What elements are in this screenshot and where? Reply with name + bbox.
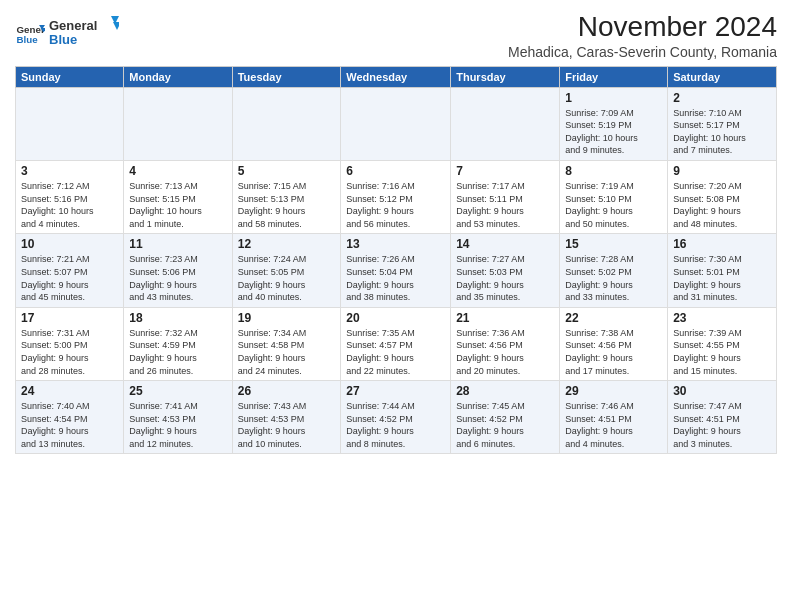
svg-marker-6 <box>113 22 119 30</box>
day-info: Sunrise: 7:45 AM Sunset: 4:52 PM Dayligh… <box>456 400 554 450</box>
day-number: 8 <box>565 164 662 178</box>
calendar-cell: 1Sunrise: 7:09 AM Sunset: 5:19 PM Daylig… <box>560 87 668 160</box>
calendar-cell: 10Sunrise: 7:21 AM Sunset: 5:07 PM Dayli… <box>16 234 124 307</box>
day-number: 12 <box>238 237 336 251</box>
day-number: 3 <box>21 164 118 178</box>
day-info: Sunrise: 7:31 AM Sunset: 5:00 PM Dayligh… <box>21 327 118 377</box>
day-info: Sunrise: 7:24 AM Sunset: 5:05 PM Dayligh… <box>238 253 336 303</box>
day-number: 17 <box>21 311 118 325</box>
calendar-cell: 8Sunrise: 7:19 AM Sunset: 5:10 PM Daylig… <box>560 160 668 233</box>
calendar-cell: 25Sunrise: 7:41 AM Sunset: 4:53 PM Dayli… <box>124 381 232 454</box>
calendar-cell: 26Sunrise: 7:43 AM Sunset: 4:53 PM Dayli… <box>232 381 341 454</box>
day-info: Sunrise: 7:40 AM Sunset: 4:54 PM Dayligh… <box>21 400 118 450</box>
day-number: 21 <box>456 311 554 325</box>
day-info: Sunrise: 7:16 AM Sunset: 5:12 PM Dayligh… <box>346 180 445 230</box>
calendar-cell: 3Sunrise: 7:12 AM Sunset: 5:16 PM Daylig… <box>16 160 124 233</box>
col-header-sunday: Sunday <box>16 66 124 87</box>
calendar-cell <box>341 87 451 160</box>
day-number: 6 <box>346 164 445 178</box>
calendar-cell: 24Sunrise: 7:40 AM Sunset: 4:54 PM Dayli… <box>16 381 124 454</box>
svg-text:General: General <box>49 18 97 33</box>
day-number: 11 <box>129 237 226 251</box>
day-info: Sunrise: 7:35 AM Sunset: 4:57 PM Dayligh… <box>346 327 445 377</box>
calendar-cell: 15Sunrise: 7:28 AM Sunset: 5:02 PM Dayli… <box>560 234 668 307</box>
header: General Blue General Blue November 2024 … <box>15 10 777 60</box>
day-info: Sunrise: 7:15 AM Sunset: 5:13 PM Dayligh… <box>238 180 336 230</box>
day-info: Sunrise: 7:09 AM Sunset: 5:19 PM Dayligh… <box>565 107 662 157</box>
day-number: 24 <box>21 384 118 398</box>
day-info: Sunrise: 7:43 AM Sunset: 4:53 PM Dayligh… <box>238 400 336 450</box>
calendar-cell: 19Sunrise: 7:34 AM Sunset: 4:58 PM Dayli… <box>232 307 341 380</box>
day-number: 27 <box>346 384 445 398</box>
calendar-week-2: 3Sunrise: 7:12 AM Sunset: 5:16 PM Daylig… <box>16 160 777 233</box>
day-number: 20 <box>346 311 445 325</box>
calendar-cell: 7Sunrise: 7:17 AM Sunset: 5:11 PM Daylig… <box>451 160 560 233</box>
day-number: 15 <box>565 237 662 251</box>
calendar-cell: 29Sunrise: 7:46 AM Sunset: 4:51 PM Dayli… <box>560 381 668 454</box>
col-header-thursday: Thursday <box>451 66 560 87</box>
calendar-cell: 16Sunrise: 7:30 AM Sunset: 5:01 PM Dayli… <box>668 234 777 307</box>
day-info: Sunrise: 7:27 AM Sunset: 5:03 PM Dayligh… <box>456 253 554 303</box>
day-number: 28 <box>456 384 554 398</box>
day-info: Sunrise: 7:34 AM Sunset: 4:58 PM Dayligh… <box>238 327 336 377</box>
col-header-monday: Monday <box>124 66 232 87</box>
day-number: 16 <box>673 237 771 251</box>
calendar-cell: 9Sunrise: 7:20 AM Sunset: 5:08 PM Daylig… <box>668 160 777 233</box>
day-info: Sunrise: 7:39 AM Sunset: 4:55 PM Dayligh… <box>673 327 771 377</box>
day-info: Sunrise: 7:28 AM Sunset: 5:02 PM Dayligh… <box>565 253 662 303</box>
calendar-cell <box>232 87 341 160</box>
calendar-week-5: 24Sunrise: 7:40 AM Sunset: 4:54 PM Dayli… <box>16 381 777 454</box>
calendar-cell: 14Sunrise: 7:27 AM Sunset: 5:03 PM Dayli… <box>451 234 560 307</box>
day-info: Sunrise: 7:20 AM Sunset: 5:08 PM Dayligh… <box>673 180 771 230</box>
day-info: Sunrise: 7:12 AM Sunset: 5:16 PM Dayligh… <box>21 180 118 230</box>
day-number: 2 <box>673 91 771 105</box>
calendar-cell: 12Sunrise: 7:24 AM Sunset: 5:05 PM Dayli… <box>232 234 341 307</box>
day-info: Sunrise: 7:21 AM Sunset: 5:07 PM Dayligh… <box>21 253 118 303</box>
calendar-week-3: 10Sunrise: 7:21 AM Sunset: 5:07 PM Dayli… <box>16 234 777 307</box>
logo-icon: General Blue <box>15 19 45 49</box>
calendar-cell <box>16 87 124 160</box>
calendar-week-1: 1Sunrise: 7:09 AM Sunset: 5:19 PM Daylig… <box>16 87 777 160</box>
day-number: 4 <box>129 164 226 178</box>
day-info: Sunrise: 7:46 AM Sunset: 4:51 PM Dayligh… <box>565 400 662 450</box>
day-info: Sunrise: 7:41 AM Sunset: 4:53 PM Dayligh… <box>129 400 226 450</box>
logo-svg: General Blue <box>49 14 119 50</box>
col-header-tuesday: Tuesday <box>232 66 341 87</box>
day-info: Sunrise: 7:47 AM Sunset: 4:51 PM Dayligh… <box>673 400 771 450</box>
day-number: 19 <box>238 311 336 325</box>
day-number: 14 <box>456 237 554 251</box>
day-info: Sunrise: 7:23 AM Sunset: 5:06 PM Dayligh… <box>129 253 226 303</box>
calendar-cell: 20Sunrise: 7:35 AM Sunset: 4:57 PM Dayli… <box>341 307 451 380</box>
day-number: 7 <box>456 164 554 178</box>
calendar-cell <box>124 87 232 160</box>
col-header-wednesday: Wednesday <box>341 66 451 87</box>
day-info: Sunrise: 7:13 AM Sunset: 5:15 PM Dayligh… <box>129 180 226 230</box>
day-number: 9 <box>673 164 771 178</box>
day-info: Sunrise: 7:32 AM Sunset: 4:59 PM Dayligh… <box>129 327 226 377</box>
day-number: 23 <box>673 311 771 325</box>
day-info: Sunrise: 7:44 AM Sunset: 4:52 PM Dayligh… <box>346 400 445 450</box>
calendar-cell: 17Sunrise: 7:31 AM Sunset: 5:00 PM Dayli… <box>16 307 124 380</box>
calendar-cell: 23Sunrise: 7:39 AM Sunset: 4:55 PM Dayli… <box>668 307 777 380</box>
page: General Blue General Blue November 2024 … <box>0 0 792 612</box>
header-row: SundayMondayTuesdayWednesdayThursdayFrid… <box>16 66 777 87</box>
calendar-cell: 11Sunrise: 7:23 AM Sunset: 5:06 PM Dayli… <box>124 234 232 307</box>
col-header-friday: Friday <box>560 66 668 87</box>
svg-text:Blue: Blue <box>49 32 77 47</box>
calendar-table: SundayMondayTuesdayWednesdayThursdayFrid… <box>15 66 777 455</box>
day-number: 13 <box>346 237 445 251</box>
calendar-cell: 28Sunrise: 7:45 AM Sunset: 4:52 PM Dayli… <box>451 381 560 454</box>
day-number: 18 <box>129 311 226 325</box>
calendar-cell: 2Sunrise: 7:10 AM Sunset: 5:17 PM Daylig… <box>668 87 777 160</box>
subtitle: Mehadica, Caras-Severin County, Romania <box>508 44 777 60</box>
main-title: November 2024 <box>508 10 777 44</box>
calendar-cell: 27Sunrise: 7:44 AM Sunset: 4:52 PM Dayli… <box>341 381 451 454</box>
day-info: Sunrise: 7:10 AM Sunset: 5:17 PM Dayligh… <box>673 107 771 157</box>
calendar-cell: 13Sunrise: 7:26 AM Sunset: 5:04 PM Dayli… <box>341 234 451 307</box>
day-number: 22 <box>565 311 662 325</box>
logo: General Blue General Blue <box>15 14 119 54</box>
calendar-cell: 22Sunrise: 7:38 AM Sunset: 4:56 PM Dayli… <box>560 307 668 380</box>
day-info: Sunrise: 7:30 AM Sunset: 5:01 PM Dayligh… <box>673 253 771 303</box>
day-info: Sunrise: 7:38 AM Sunset: 4:56 PM Dayligh… <box>565 327 662 377</box>
day-number: 10 <box>21 237 118 251</box>
